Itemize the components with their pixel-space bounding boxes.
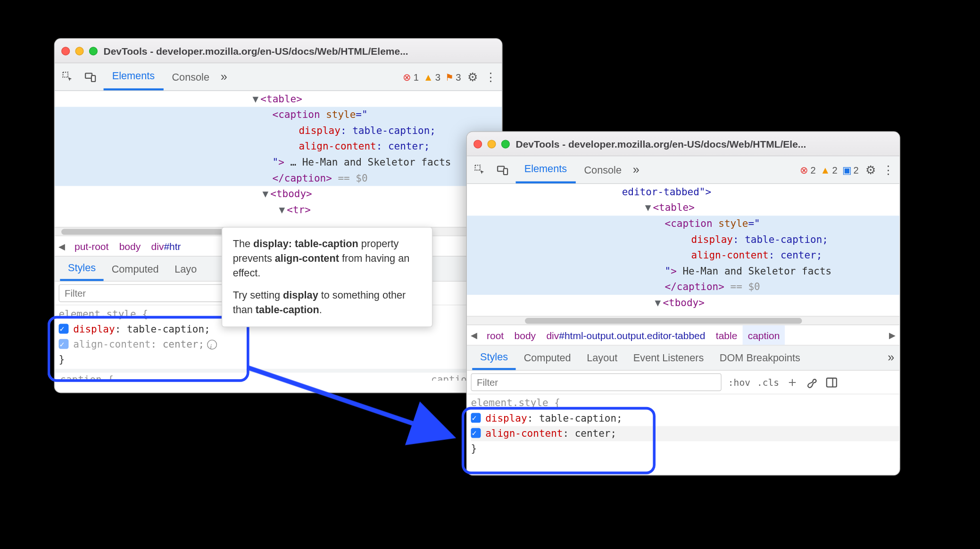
rule-selector: element.style {	[471, 396, 899, 411]
close-icon[interactable]	[473, 140, 482, 148]
settings-gear-icon[interactable]: ⚙	[865, 163, 876, 177]
svg-rect-5	[504, 168, 507, 175]
crumb-caption[interactable]: caption	[743, 325, 785, 345]
styles-filter-bar: :hov .cls ＋	[467, 371, 899, 394]
cls-button[interactable]: .cls	[757, 377, 779, 387]
subtab-dom-breakpoints[interactable]: DOM Breakpoints	[712, 346, 808, 370]
computed-panel-icon[interactable]	[825, 375, 839, 389]
issues-icon: ▣	[842, 164, 852, 176]
checkbox-icon[interactable]	[471, 428, 481, 438]
window-title: DevTools - developer.mozilla.org/en-US/d…	[516, 138, 806, 150]
subtab-event-listeners[interactable]: Event Listeners	[625, 346, 712, 370]
minimize-icon[interactable]	[75, 47, 83, 55]
svg-rect-0	[63, 72, 68, 76]
more-tabs-icon[interactable]: »	[885, 351, 900, 365]
window-title: DevTools - developer.mozilla.org/en-US/d…	[104, 45, 408, 57]
flags-count: 3	[456, 72, 461, 82]
more-tabs-icon[interactable]: »	[218, 70, 231, 83]
devtools-window-right: DevTools - developer.mozilla.org/en-US/d…	[466, 131, 900, 475]
errors-count: 1	[414, 72, 419, 82]
elements-tree[interactable]: ▼<table> <caption style=" display: table…	[55, 91, 502, 227]
device-toolbar-icon[interactable]	[493, 161, 512, 179]
rule-align-content[interactable]: align-content: center;	[58, 337, 502, 352]
svg-rect-3	[475, 165, 480, 170]
info-tooltip: The display: table-caption property prev…	[222, 227, 432, 327]
kebab-menu-icon[interactable]: ⋮	[882, 163, 894, 177]
tab-elements[interactable]: Elements	[516, 156, 576, 183]
tab-console[interactable]: Console	[575, 156, 630, 183]
crumb-root[interactable]: root	[482, 325, 509, 345]
tab-elements[interactable]: Elements	[104, 63, 164, 90]
rule-align-content[interactable]: align-content: center;	[471, 426, 899, 441]
rule-close: }	[471, 441, 899, 457]
kebab-menu-icon[interactable]: ⋮	[485, 70, 497, 84]
subtab-layout[interactable]: Layo	[166, 257, 205, 281]
subtab-computed[interactable]: Computed	[104, 257, 167, 281]
zoom-icon[interactable]	[89, 47, 98, 55]
crumb-body[interactable]: body	[509, 325, 541, 345]
crumb-div[interactable]: div#html-output.output.editor-tabbed	[541, 325, 710, 345]
paint-brush-icon[interactable]	[806, 375, 819, 389]
crumb-div[interactable]: div#htr	[146, 236, 186, 256]
toolbar: Elements Console » ⊗1 ▲3 ⚑3 ⚙ ⋮	[55, 63, 502, 91]
svg-rect-6	[827, 378, 837, 387]
inspect-element-icon[interactable]	[58, 67, 77, 86]
crumb-prev-icon[interactable]: ◀	[55, 241, 69, 251]
rule-close: }	[58, 352, 502, 367]
breadcrumb[interactable]: ◀ root body div#html-output.output.edito…	[467, 324, 899, 346]
inspect-element-icon[interactable]	[471, 161, 489, 179]
issues-count: 2	[853, 165, 858, 175]
subtab-computed[interactable]: Computed	[516, 346, 579, 370]
elements-tree[interactable]: editor-tabbed"> ▼<table> <caption style=…	[467, 184, 899, 316]
subtab-styles[interactable]: Styles	[60, 257, 104, 281]
subtab-styles[interactable]: Styles	[472, 346, 516, 370]
new-rule-icon[interactable]: ＋	[786, 373, 799, 391]
close-icon[interactable]	[61, 47, 70, 55]
rule-display[interactable]: display: table-caption;	[471, 411, 899, 426]
crumb-prev-icon[interactable]: ◀	[467, 330, 482, 340]
error-icon: ⊗	[403, 71, 411, 83]
checkbox-icon[interactable]	[471, 413, 481, 423]
warnings-count: 3	[435, 72, 440, 82]
info-icon[interactable]	[207, 340, 217, 349]
flag-icon: ⚑	[445, 72, 454, 82]
titlebar[interactable]: DevTools - developer.mozilla.org/en-US/d…	[467, 132, 899, 157]
toolbar: Elements Console » ⊗2 ▲2 ▣2 ⚙ ⋮	[467, 156, 899, 184]
subtab-layout[interactable]: Layout	[579, 346, 625, 370]
warnings-count: 2	[832, 165, 838, 175]
crumb-body[interactable]: body	[114, 236, 146, 256]
styles-rules[interactable]: element.style { display: table-caption; …	[467, 394, 899, 458]
checkbox-icon[interactable]	[58, 339, 68, 349]
tab-console[interactable]: Console	[163, 63, 218, 90]
devtools-window-left: DevTools - developer.mozilla.org/en-US/d…	[54, 38, 503, 393]
titlebar[interactable]: DevTools - developer.mozilla.org/en-US/d…	[55, 39, 502, 64]
minimize-icon[interactable]	[487, 140, 496, 148]
hov-button[interactable]: :hov	[728, 377, 750, 387]
more-tabs-icon[interactable]: »	[630, 163, 643, 176]
horizontal-scrollbar[interactable]	[467, 316, 899, 324]
device-toolbar-icon[interactable]	[81, 67, 100, 86]
checkbox-icon[interactable]	[58, 324, 68, 334]
panel-tabs: Elements Console »	[104, 63, 232, 90]
traffic-lights[interactable]	[473, 140, 510, 148]
traffic-lights[interactable]	[61, 47, 98, 55]
status-counts[interactable]: ⊗1 ▲3 ⚑3	[403, 71, 461, 83]
warning-icon: ▲	[821, 164, 831, 175]
crumb-next-icon[interactable]: ▶	[885, 330, 900, 340]
error-icon: ⊗	[800, 164, 808, 176]
settings-gear-icon[interactable]: ⚙	[467, 70, 478, 84]
panel-tabs: Elements Console »	[516, 156, 644, 183]
crumb-put-root[interactable]: put-root	[69, 236, 114, 256]
styles-subtabs: Styles Computed Layout Event Listeners D…	[467, 346, 899, 371]
warning-icon: ▲	[424, 71, 433, 83]
styles-filter-input[interactable]	[471, 373, 721, 391]
crumb-table[interactable]: table	[711, 325, 743, 345]
errors-count: 2	[811, 165, 816, 175]
zoom-icon[interactable]	[501, 140, 510, 148]
svg-rect-2	[91, 75, 95, 81]
status-counts[interactable]: ⊗2 ▲2 ▣2	[800, 164, 859, 176]
